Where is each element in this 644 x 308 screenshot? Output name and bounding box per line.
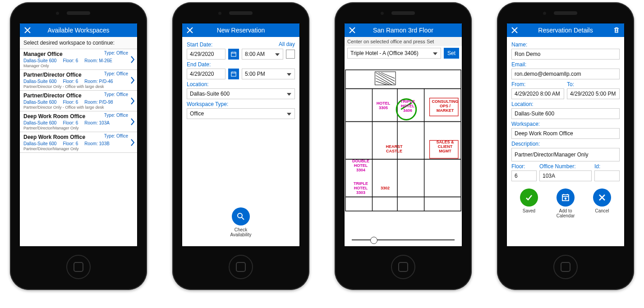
location-label: Location: (187, 81, 295, 87)
workspace-item[interactable]: Partner/Director OfficeType: OfficeDalla… (20, 91, 137, 111)
location-label: Location: (511, 101, 620, 107)
svg-rect-0 (231, 52, 236, 56)
search-button[interactable] (232, 207, 250, 225)
workspace-desc: Manager Only (23, 64, 133, 68)
room-label: TRIPLE HOTEL 3406 (398, 99, 418, 113)
cancel-button[interactable]: Cancel (593, 188, 611, 218)
home-button[interactable] (553, 255, 578, 279)
close-icon[interactable] (510, 25, 520, 35)
all-day-label: All day (279, 41, 295, 47)
appbar: Reservation Details (507, 23, 624, 37)
to-field[interactable] (567, 88, 620, 99)
subhead: Select desired workspace to continue: (20, 37, 137, 49)
name-field[interactable] (511, 49, 620, 60)
location-field[interactable] (511, 108, 620, 119)
appbar: San Ramon 3rd Floor (345, 23, 462, 37)
chevron-right-icon (130, 97, 135, 105)
close-icon[interactable] (185, 25, 195, 35)
workspace-room: Room: P/D-46 (84, 79, 113, 84)
workspace-type-select[interactable] (187, 108, 295, 119)
start-time-select[interactable] (242, 49, 283, 60)
workspace-type-label: Workspace Type: (187, 101, 295, 107)
add-to-calendar-button[interactable]: Add to Calendar (555, 188, 576, 218)
svg-rect-1 (231, 72, 236, 76)
from-field[interactable] (511, 88, 564, 99)
id-label: Id: (594, 163, 620, 170)
svg-point-2 (238, 213, 242, 218)
description-label: Description: (511, 141, 620, 147)
check-icon (520, 188, 538, 207)
workspace-location: Dallas-Suite 600 (23, 120, 56, 125)
description-field[interactable] (511, 148, 620, 161)
workspace-location: Dallas-Suite 600 (23, 141, 56, 146)
workspace-type: Type: Office (104, 92, 128, 97)
calendar-icon[interactable] (228, 69, 239, 79)
appbar: New Reservation (182, 23, 299, 37)
chevron-right-icon (130, 55, 135, 64)
phone-floor-map: San Ramon 3rd Floor Center on selected o… (335, 2, 472, 290)
end-time-select[interactable] (242, 69, 295, 79)
office-number-field[interactable] (539, 170, 592, 181)
floor-field[interactable] (511, 170, 537, 181)
workspace-floor: Floor: 6 (63, 141, 78, 146)
name-label: Name: (511, 41, 620, 48)
workspace-item[interactable]: Deep Work Room OfficeType: OfficeDallas-… (20, 111, 137, 132)
appbar: Available Workspaces (20, 23, 137, 37)
zoom-slider[interactable] (345, 234, 462, 246)
phone-new-reservation: New Reservation Start Date: All day (172, 2, 309, 290)
trash-icon[interactable] (612, 25, 621, 35)
workspace-type: Type: Office (104, 133, 128, 138)
start-date-input[interactable] (187, 49, 225, 60)
workspace-desc: Partner/Director Only - Office with larg… (23, 105, 133, 110)
home-button[interactable] (66, 255, 91, 279)
workspace-floor: Floor: 6 (63, 58, 78, 63)
saved-button[interactable]: Saved (520, 188, 538, 218)
location-select[interactable] (187, 88, 295, 99)
workspace-room: Room: 103B (84, 141, 110, 146)
calendar-icon (557, 188, 575, 207)
workspace-field[interactable] (511, 128, 620, 139)
room-label: TRIPLE HOTEL 3303 (350, 181, 372, 195)
room-label: DOUBLE HOTEL 3304 (350, 159, 372, 172)
end-date-input[interactable] (187, 69, 225, 79)
workspace-item[interactable]: Deep Work Room OfficeType: OfficeDallas-… (20, 132, 137, 153)
close-icon[interactable] (347, 25, 357, 35)
workspace-item[interactable]: Manager OfficeType: OfficeDallas-Suite 6… (20, 49, 137, 70)
workspace-location: Dallas-Suite 600 (23, 100, 56, 105)
check-availability-label: Check Availability (227, 227, 254, 237)
office-select[interactable] (347, 48, 441, 59)
workspace-floor: Floor: 6 (63, 100, 78, 105)
workspace-type: Type: Office (104, 51, 128, 55)
workspace-location: Dallas-Suite 600 (23, 58, 56, 63)
page-title: Reservation Details (520, 27, 612, 34)
chevron-right-icon (130, 138, 135, 147)
workspace-floor: Floor: 6 (63, 79, 78, 84)
page-title: San Ramon 3rd Floor (357, 27, 459, 34)
workspace-room: Room: M-26E (84, 58, 112, 63)
zone-label: CONSULTING OPS / MARKET (431, 99, 459, 113)
workspace-location: Dallas-Suite 600 (23, 79, 56, 84)
room-label: HOTEL 3305 (374, 101, 392, 110)
zone-label: HEARST CASTLE (383, 144, 405, 153)
start-date-label: Start Date: (187, 41, 212, 48)
office-number-label: Office Number: (539, 163, 592, 170)
all-day-checkbox[interactable] (286, 50, 295, 59)
close-icon[interactable] (23, 25, 32, 35)
workspace-room: Room: 103A (84, 120, 110, 125)
calendar-icon[interactable] (228, 49, 239, 60)
email-label: Email: (511, 61, 620, 68)
close-icon (593, 188, 611, 207)
home-button[interactable] (229, 255, 253, 279)
phone-reservation-details: Reservation Details Name: Email: From: (497, 2, 634, 290)
email-field[interactable] (511, 69, 620, 79)
from-label: From: (511, 81, 564, 87)
phone-available-workspaces: Available Workspaces Select desired work… (10, 2, 147, 290)
id-field[interactable] (594, 170, 620, 181)
set-button[interactable]: Set (444, 48, 459, 59)
floor-map[interactable]: HOTEL 3305 TRIPLE HOTEL 3406 CONSULTING … (345, 60, 462, 234)
zone-label: SALES & CLIENT MGMT (431, 140, 459, 153)
workspace-room: Room: P/D-98 (84, 100, 113, 105)
workspace-desc: Partner/Director/Manager Only (23, 126, 133, 130)
home-button[interactable] (391, 255, 415, 279)
workspace-item[interactable]: Partner/Director OfficeType: OfficeDalla… (20, 70, 137, 91)
